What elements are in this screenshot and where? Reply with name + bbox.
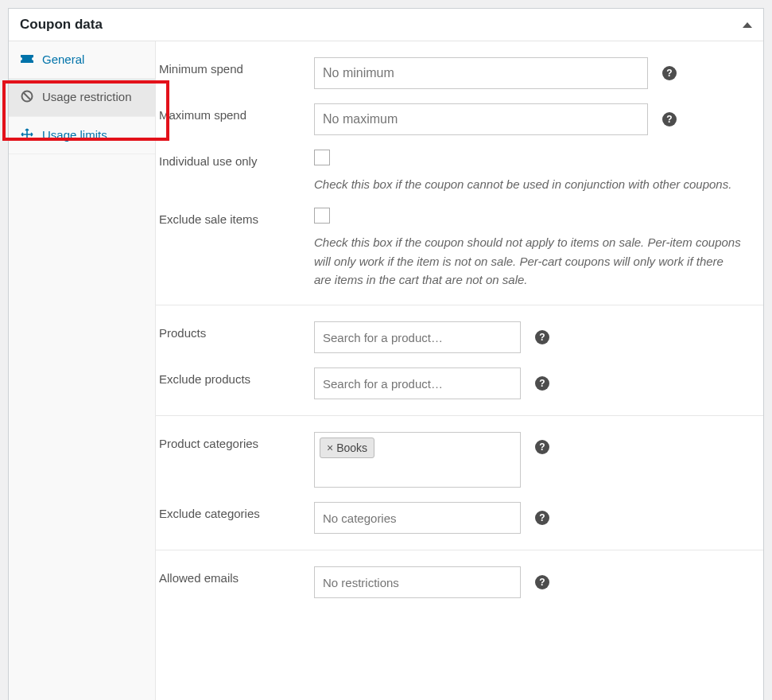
sidebar-item-label: Usage restriction	[42, 89, 132, 105]
field-product-categories: Product categories × Books	[159, 432, 747, 488]
products-input[interactable]	[314, 321, 521, 353]
tag-label: Books	[336, 441, 367, 454]
remove-tag-icon[interactable]: ×	[327, 441, 333, 454]
sidebar-item-label: General	[42, 52, 84, 68]
field-exclude-sale: Exclude sale items Check this box if the…	[159, 208, 747, 289]
exclude-categories-input[interactable]	[314, 502, 521, 534]
sidebar-item-label: Usage limits	[42, 127, 107, 143]
field-label: Individual use only	[159, 150, 314, 168]
field-label: Exclude sale items	[159, 208, 314, 226]
section-spend-limits: Minimum spend Maximum spend Individual u…	[156, 41, 763, 305]
field-label: Minimum spend	[159, 57, 314, 76]
field-minimum-spend: Minimum spend	[159, 57, 747, 89]
sidebar: General Usage restriction Usage limits	[9, 41, 156, 700]
sidebar-item-general[interactable]: General	[9, 41, 155, 79]
help-icon[interactable]	[535, 575, 549, 589]
panel-header: Coupon data	[9, 9, 763, 41]
field-exclude-categories: Exclude categories	[159, 502, 747, 534]
prohibit-icon	[20, 89, 34, 103]
help-icon[interactable]	[662, 66, 677, 80]
individual-use-checkbox[interactable]	[314, 150, 330, 165]
maximum-spend-input[interactable]	[314, 103, 648, 135]
section-products: Products Exclude products	[156, 305, 763, 416]
field-maximum-spend: Maximum spend	[159, 103, 747, 135]
exclude-sale-checkbox[interactable]	[314, 208, 330, 224]
field-exclude-products: Exclude products	[159, 368, 747, 399]
field-label: Allowed emails	[159, 566, 314, 585]
individual-use-description: Check this box if the coupon cannot be u…	[314, 175, 731, 193]
field-label: Product categories	[159, 432, 314, 450]
help-icon[interactable]	[535, 511, 549, 525]
help-icon[interactable]	[535, 376, 549, 391]
move-icon	[20, 127, 34, 142]
minimum-spend-input[interactable]	[314, 57, 648, 89]
help-icon[interactable]	[535, 440, 549, 454]
section-emails: Allowed emails	[156, 550, 763, 614]
field-individual-use: Individual use only Check this box if th…	[159, 150, 747, 193]
coupon-data-panel: Coupon data General Usage restriction	[8, 8, 764, 700]
field-allowed-emails: Allowed emails	[159, 566, 747, 598]
svg-line-1	[24, 93, 30, 99]
sidebar-item-usage-limits[interactable]: Usage limits	[9, 117, 155, 154]
product-categories-input[interactable]: × Books	[314, 432, 521, 488]
field-label: Exclude products	[159, 368, 314, 386]
category-tag-books[interactable]: × Books	[320, 438, 374, 458]
field-label: Exclude categories	[159, 502, 314, 520]
field-label: Maximum spend	[159, 103, 314, 122]
field-label: Products	[159, 321, 314, 340]
section-categories: Product categories × Books Exclude categ…	[156, 416, 763, 550]
panel-title: Coupon data	[20, 17, 103, 33]
exclude-sale-description: Check this box if the coupon should not …	[314, 233, 743, 289]
exclude-products-input[interactable]	[314, 368, 521, 399]
collapse-toggle-icon[interactable]	[743, 22, 752, 28]
ticket-icon	[20, 52, 34, 66]
help-icon[interactable]	[535, 330, 549, 344]
panel-body: General Usage restriction Usage limits	[9, 41, 763, 700]
allowed-emails-input[interactable]	[314, 566, 521, 598]
help-icon[interactable]	[662, 112, 677, 126]
content-area: Minimum spend Maximum spend Individual u…	[156, 41, 763, 700]
sidebar-item-usage-restriction[interactable]: Usage restriction	[9, 79, 155, 116]
field-products: Products	[159, 321, 747, 353]
